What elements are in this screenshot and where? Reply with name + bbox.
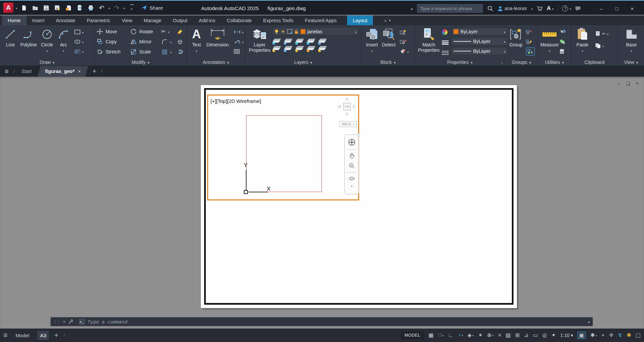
viewport-controls-label[interactable]: [+][Top][2D Wireframe] [211, 98, 261, 104]
panel-properties-label[interactable]: Properties↘ [415, 58, 505, 66]
linetype-select[interactable]: ByLayer [451, 47, 508, 55]
drawn-rectangle[interactable] [246, 115, 322, 192]
save-button[interactable] [42, 3, 51, 12]
selection-cycling-icon[interactable]: ⊞ [515, 333, 520, 338]
tab-collaborate[interactable]: Collaborate [221, 15, 257, 25]
layout-tabs-menu-icon[interactable]: ≡ [3, 331, 7, 339]
graphics-performance-icon[interactable]: ↯ [618, 333, 622, 338]
tab-annotate[interactable]: Annotate [50, 15, 81, 25]
layer-walk-icon[interactable] [318, 45, 327, 52]
quick-calculator-button[interactable] [560, 47, 566, 55]
navigation-wheel-icon[interactable] [348, 138, 356, 146]
viewcube-south-label[interactable]: S [346, 112, 348, 116]
trim-button[interactable]: ✂ [161, 27, 177, 37]
ribbon-collapse-chevron-icon[interactable]: ▾ [389, 18, 390, 22]
navbar-more-chevron-icon[interactable]: ▾ [351, 185, 353, 188]
search-input[interactable] [417, 4, 483, 13]
hatch-button[interactable] [74, 47, 84, 55]
workspace-switching-icon[interactable]: ✱▾ [590, 333, 597, 338]
tab-manage[interactable]: Manage [138, 15, 167, 25]
explode-button[interactable] [177, 37, 185, 47]
ellipse-button[interactable] [74, 38, 84, 46]
text-button[interactable]: A Text [189, 26, 204, 58]
drawing-close-icon[interactable]: × [636, 81, 639, 86]
new-drawing-button[interactable] [20, 3, 29, 12]
viewcube-north-label[interactable]: N [346, 98, 348, 101]
panel-modify-label[interactable]: Modify [94, 58, 187, 66]
status-plus-icon[interactable]: + [601, 333, 604, 338]
undo-button[interactable]: ↶ [98, 3, 106, 12]
linear-dimension-button[interactable] [234, 28, 243, 36]
table-button[interactable] [234, 47, 243, 55]
layer-lock-icon[interactable] [306, 38, 315, 45]
polyline-button[interactable]: Polyline [19, 26, 38, 58]
save-as-button[interactable] [53, 3, 62, 12]
layer-unlock-icon[interactable] [306, 45, 315, 52]
help-button[interactable]: ? [562, 5, 571, 11]
tab-output[interactable]: Output [167, 15, 193, 25]
grid-toggle-icon[interactable]: ▦ [428, 333, 433, 338]
tab-home[interactable]: Home [2, 15, 27, 25]
array-button[interactable] [161, 47, 177, 57]
paste-button[interactable]: Paste [573, 26, 592, 58]
layer-on-icon[interactable] [272, 45, 281, 52]
create-block-button[interactable] [400, 28, 409, 36]
panel-annotation-label[interactable]: Annotation [187, 58, 245, 66]
lineweight-select[interactable]: ByLayer [451, 37, 508, 45]
model-paper-toggle-button[interactable]: MODEL [401, 331, 424, 339]
layer-properties-button[interactable]: Layer Properties [247, 26, 272, 58]
panel-groups-label[interactable]: Groups [505, 58, 538, 66]
user-menu-chevron-icon[interactable] [531, 5, 533, 11]
file-tab-active-document[interactable]: figuras_geo* × [38, 66, 88, 77]
annotation-monitor-icon[interactable]: ✛ [609, 333, 613, 338]
copy-button[interactable]: Copy [97, 37, 130, 47]
zoom-icon[interactable] [348, 162, 355, 169]
orbit-icon[interactable] [348, 176, 355, 182]
annotation-autoscale-icon[interactable]: ✦ [552, 333, 556, 338]
object-color-select[interactable]: ByLayer [451, 28, 508, 36]
group-edit-button[interactable] [526, 38, 535, 46]
ortho-toggle-icon[interactable]: ∟ [448, 333, 453, 338]
tab-layout[interactable]: Layout [347, 15, 373, 25]
pan-hand-icon[interactable] [348, 153, 355, 159]
layout-viewport[interactable]: [+][Top][2D Wireframe] Y X N W E S TOP W… [207, 94, 359, 200]
maximize-button[interactable]: □ [609, 2, 624, 15]
move-button[interactable]: Move [97, 27, 130, 37]
mirror-button[interactable]: Mirror [130, 37, 161, 47]
tab-view[interactable]: View [116, 15, 138, 25]
cut-clip-button[interactable]: ✂ [595, 30, 608, 38]
tab-parametric[interactable]: Parametric [81, 15, 116, 25]
layout-tab-a3[interactable]: A3 [37, 331, 49, 340]
close-document-icon[interactable]: × [78, 69, 81, 74]
open-drawing-button[interactable] [31, 3, 40, 12]
circle-button[interactable]: Circle [38, 26, 56, 58]
select-similar-button[interactable] [560, 38, 566, 46]
layer-match-icon[interactable] [318, 38, 327, 45]
command-input[interactable]: Type a command [88, 319, 585, 325]
viewcube-west-label[interactable]: W [338, 105, 341, 109]
stretch-button[interactable]: Stretch [97, 47, 130, 57]
app-store-cart-icon[interactable] [537, 6, 543, 11]
autocad-app-logo-icon[interactable]: A [3, 3, 13, 13]
viewport-scale-sync-icon[interactable]: ▣ [577, 332, 586, 339]
panel-clipboard-label[interactable]: Clipboard [571, 58, 618, 66]
properties-dialog-launcher-icon[interactable]: ↘ [500, 61, 503, 65]
new-drawing-tab-button[interactable]: + [92, 67, 97, 75]
polar-tracking-icon[interactable]: ◔▾ [458, 333, 463, 338]
panel-layers-label[interactable]: Layers [245, 58, 361, 66]
fillet-button[interactable] [161, 37, 177, 47]
search-collapse-arrow-icon[interactable] [411, 5, 413, 11]
feedback-bubble-icon[interactable] [575, 6, 581, 11]
ungroup-button[interactable] [526, 28, 535, 36]
detect-button[interactable]: Detect [380, 26, 397, 58]
wcs-menu-button[interactable]: WCS [339, 121, 357, 127]
edit-attributes-button[interactable] [400, 47, 409, 55]
customize-qat-button[interactable] [127, 3, 136, 12]
file-tabs-menu-icon[interactable]: ≡ [5, 68, 9, 75]
plot-batch-button[interactable] [64, 3, 73, 12]
match-properties-button[interactable]: Match Properties [417, 26, 441, 58]
tab-featured-apps[interactable]: Featured Apps [299, 15, 342, 25]
tab-express-tools[interactable]: Express Tools [258, 15, 299, 25]
share-button[interactable]: Share [141, 5, 163, 11]
scale-button[interactable]: Scale [130, 47, 161, 57]
